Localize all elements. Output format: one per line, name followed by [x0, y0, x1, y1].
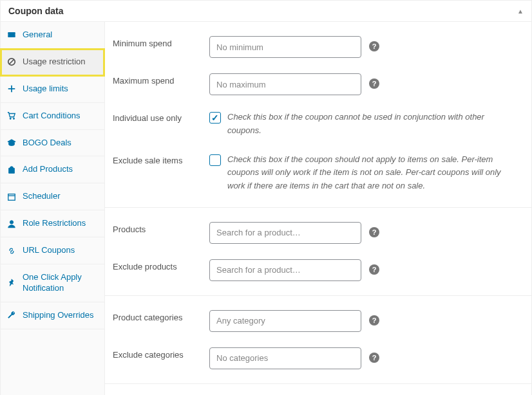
sidebar: General Usage restriction Usage limits C… [1, 22, 105, 395]
sidebar-item-label: General [23, 30, 52, 41]
row-categories: Product categories ? [113, 302, 518, 340]
help-icon[interactable]: ? [369, 78, 379, 89]
graduation-icon [7, 138, 16, 147]
categories-input[interactable] [209, 310, 361, 332]
row-emails: Allowed emails ? [113, 390, 518, 395]
sidebar-item-usage-limits[interactable]: Usage limits [1, 76, 104, 103]
sidebar-item-url-coupons[interactable]: URL Coupons [1, 237, 104, 264]
exclude-products-input[interactable] [209, 259, 361, 281]
sidebar-item-usage-restriction[interactable]: Usage restriction [1, 49, 104, 76]
content: Minimum spend ? Maximum spend ? Individu… [105, 22, 531, 395]
plus-icon [7, 84, 16, 93]
help-icon[interactable]: ? [369, 227, 379, 237]
products-label: Products [113, 222, 209, 234]
sidebar-item-label: Role Restrictions [23, 218, 86, 229]
sidebar-item-cart-conditions[interactable]: Cart Conditions [1, 103, 104, 130]
cart-icon [7, 111, 16, 120]
pushpin-icon [7, 279, 16, 288]
sidebar-item-general[interactable]: General [1, 22, 104, 49]
sidebar-item-scheduler[interactable]: Scheduler [1, 183, 104, 210]
svg-point-5 [13, 118, 14, 119]
individual-label: Individual use only [113, 111, 209, 123]
exclude-products-label: Exclude products [113, 259, 209, 271]
exclude-sale-checkbox[interactable] [209, 154, 221, 166]
sidebar-item-label: BOGO Deals [23, 138, 71, 149]
sidebar-item-label: Scheduler [23, 191, 61, 202]
sidebar-item-role-restrictions[interactable]: Role Restrictions [1, 210, 104, 237]
row-products: Products ? [113, 214, 518, 252]
min-spend-input[interactable] [209, 36, 361, 58]
svg-point-8 [10, 220, 13, 223]
panel-header: Coupon data ▲ [1, 1, 531, 22]
ticket-icon [7, 30, 16, 39]
row-max-spend: Maximum spend ? [113, 66, 518, 103]
sidebar-item-label: Add Products [23, 164, 73, 175]
sidebar-item-label: Cart Conditions [23, 111, 81, 122]
row-exclude-sale: Exclude sale items Check this box if the… [113, 145, 518, 201]
row-min-spend: Minimum spend ? [113, 28, 518, 66]
max-spend-label: Maximum spend [113, 73, 209, 86]
help-icon[interactable]: ? [369, 41, 379, 51]
individual-desc: Check this box if the coupon cannot be u… [227, 111, 518, 138]
sidebar-item-label: Usage limits [23, 84, 68, 95]
link-icon [7, 246, 16, 255]
user-icon [7, 219, 16, 228]
svg-line-1 [10, 60, 14, 64]
wrench-icon [7, 311, 16, 320]
calendar-icon [7, 192, 16, 201]
exclude-categories-input[interactable] [209, 347, 361, 369]
exclude-sale-label: Exclude sale items [113, 153, 209, 165]
exclude-categories-label: Exclude categories [113, 347, 209, 360]
sidebar-item-one-click-apply[interactable]: One Click Apply Notification [1, 264, 104, 302]
panel-title: Coupon data [8, 6, 64, 16]
help-icon[interactable]: ? [369, 353, 379, 363]
max-spend-input[interactable] [209, 73, 361, 95]
svg-rect-6 [8, 194, 15, 200]
individual-checkbox[interactable]: ✓ [209, 112, 221, 124]
min-spend-label: Minimum spend [113, 36, 209, 48]
svg-point-4 [10, 118, 11, 119]
ban-icon [7, 57, 16, 66]
sidebar-item-add-products[interactable]: Add Products [1, 156, 104, 183]
help-icon[interactable]: ? [369, 264, 379, 275]
sidebar-item-bogo-deals[interactable]: BOGO Deals [1, 130, 104, 157]
row-individual-use: Individual use only ✓ Check this box if … [113, 103, 518, 145]
sidebar-item-shipping-overrides[interactable]: Shipping Overrides [1, 302, 104, 329]
collapse-toggle[interactable]: ▲ [517, 8, 524, 15]
sidebar-item-label: Shipping Overrides [23, 310, 94, 321]
row-exclude-categories: Exclude categories ? [113, 340, 518, 377]
help-icon[interactable]: ? [369, 315, 379, 326]
categories-label: Product categories [113, 310, 209, 322]
row-exclude-products: Exclude products ? [113, 252, 518, 289]
sidebar-item-label: One Click Apply Notification [23, 272, 98, 294]
exclude-sale-desc: Check this box if the coupon should not … [227, 153, 518, 193]
products-input[interactable] [209, 222, 361, 244]
sidebar-item-label: Usage restriction [23, 57, 86, 68]
bag-icon [7, 165, 16, 174]
sidebar-item-label: URL Coupons [23, 245, 75, 256]
coupon-data-panel: Coupon data ▲ General Usage restriction [0, 0, 532, 395]
